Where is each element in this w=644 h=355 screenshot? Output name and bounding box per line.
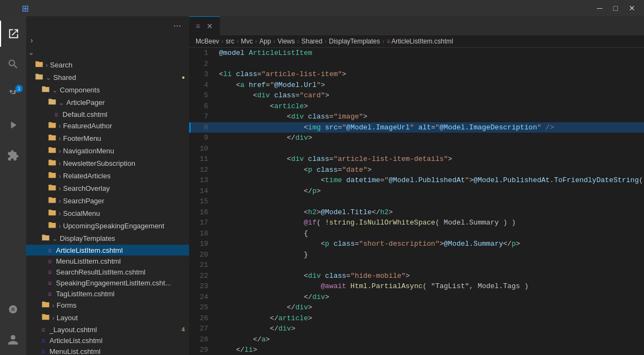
code-line: 2 <box>189 59 644 70</box>
tree-item-forms[interactable]: ›Forms <box>26 299 189 312</box>
tab-close-icon[interactable]: ✕ <box>207 22 213 30</box>
line-number: 12 <box>191 165 217 176</box>
tree-item-default-cshtml[interactable]: ≡Default.cshtml <box>26 109 189 120</box>
breadcrumb-item-shared[interactable]: Shared <box>302 38 323 45</box>
activity-account[interactable] <box>0 327 26 353</box>
tree-item-newslettersubscription[interactable]: ›NewsletterSubscription <box>26 157 189 170</box>
tab-icon: ≡ <box>196 22 200 30</box>
tree-item-shared[interactable]: ⌄Shared• <box>26 71 189 84</box>
breadcrumb-item-displaytemplates[interactable]: DisplayTemplates <box>329 38 380 45</box>
tree-item-navigationmenu[interactable]: ›NavigationMenu <box>26 145 189 157</box>
line-number: 14 <box>191 186 217 197</box>
tree-item-featuredauthor[interactable]: ›FeaturedAuthor <box>26 120 189 132</box>
file-cshtml-icon: ≡ <box>41 336 45 345</box>
line-content: </article> <box>217 313 644 324</box>
tree-item-searchpager[interactable]: ›SearchPager <box>26 195 189 207</box>
breadcrumb-separator: › <box>382 38 384 45</box>
file-template-icon: ≡ <box>48 246 52 254</box>
line-content: @if( !string.IsNullOrWhiteSpace( Model.S… <box>217 217 644 228</box>
activity-extensions[interactable] <box>0 142 26 169</box>
breadcrumb-item-views[interactable]: Views <box>278 38 295 45</box>
breadcrumb-item-app[interactable]: App <box>259 38 271 45</box>
title-bar: ⊞ ─ □ ✕ <box>0 0 644 16</box>
activity-search[interactable] <box>0 51 26 77</box>
breadcrumb-item-mcbeev[interactable]: McBeev <box>196 38 219 45</box>
chevron-right-icon: › <box>52 314 54 322</box>
tab-bar: ≡ ✕ <box>189 16 644 35</box>
code-editor[interactable]: 1@model ArticleListItem2 3<li class="art… <box>189 48 644 355</box>
open-editors-section[interactable] <box>26 34 189 47</box>
activity-remote[interactable] <box>0 296 26 322</box>
tabs-row: ≡ ✕ <box>189 16 644 35</box>
window-close[interactable]: ✕ <box>624 4 640 13</box>
line-content <box>217 59 644 70</box>
line-content: } <box>217 250 644 260</box>
line-content: <div class="hide-mobile"> <box>217 271 644 282</box>
line-content: </a> <box>217 334 644 345</box>
menu-help[interactable] <box>109 3 118 14</box>
activity-source-control[interactable]: 1 <box>0 82 26 108</box>
menu-file[interactable] <box>33 3 42 14</box>
code-line: 28 </a> <box>189 334 644 345</box>
tree-item-searchresultlistitem-cshtml[interactable]: ≡SearchResultListItem.cshtml <box>26 266 189 277</box>
window-minimize[interactable]: ─ <box>593 4 607 13</box>
breadcrumb-separator: › <box>236 38 239 45</box>
activity-run[interactable] <box>0 112 26 138</box>
code-line: 1@model ArticleListItem <box>189 48 644 59</box>
tree-item-layout[interactable]: ›Layout <box>26 312 189 324</box>
tree-item-search[interactable]: ›Search <box>26 59 189 71</box>
tree-item-label: FeaturedAuthor <box>63 122 112 130</box>
tab-article-list-item[interactable]: ≡ ✕ <box>189 16 220 35</box>
menu-terminal[interactable] <box>98 3 107 14</box>
more-actions-icon[interactable]: ··· <box>172 21 183 32</box>
editor-area: ≡ ✕ McBeev›src›Mvc›App›Views›Shared›Disp… <box>189 16 644 355</box>
tree-item-upcomingspeakingengagement[interactable]: ›UpcomingSpeakingEngagement <box>26 220 189 232</box>
menu-selection[interactable] <box>55 3 64 14</box>
menu-go[interactable] <box>77 3 85 14</box>
tree-item-relatedarticles[interactable]: ›RelatedArticles <box>26 170 189 182</box>
code-line: 18 { <box>189 228 644 239</box>
tree-item-menulist-cshtml[interactable]: ≡MenuList.cshtml <box>26 346 189 355</box>
tree-item-label: NavigationMenu <box>63 147 114 155</box>
tree-item-articlepager[interactable]: ⌄ArticlePager <box>26 96 189 109</box>
line-number: 10 <box>191 144 217 154</box>
tree-item--layout-cshtml[interactable]: ≡_Layout.cshtml4 <box>26 324 189 335</box>
tree-item-articlelistitem-cshtml[interactable]: ≡ArticleListItem.cshtml <box>26 245 189 256</box>
breadcrumb-item-src[interactable]: src <box>226 38 234 45</box>
folder-closed-icon <box>48 208 57 219</box>
source-control-badge: 1 <box>15 85 23 92</box>
tree-item-socialmenu[interactable]: ›SocialMenu <box>26 207 189 220</box>
tree-item-searchoverlay[interactable]: ›SearchOverlay <box>26 182 189 195</box>
line-content: </li> <box>217 345 644 355</box>
tree-item-taglistitem-cshtml[interactable]: ≡TagListItem.cshtml <box>26 288 189 299</box>
tree-item-label: Shared <box>53 73 76 82</box>
chevron-down-icon: ⌄ <box>46 74 51 82</box>
code-line: 24 </div> <box>189 292 644 303</box>
chevron-right-icon: › <box>59 172 61 180</box>
tree-item-displaytemplates[interactable]: ⌄DisplayTemplates <box>26 232 189 245</box>
line-content <box>217 260 644 271</box>
tree-item-menulistitem-cshtml[interactable]: ≡MenuListItem.cshtml <box>26 256 189 266</box>
tree-item-components[interactable]: ⌄Components <box>26 84 189 96</box>
activity-explorer[interactable] <box>0 21 26 47</box>
breadcrumb-item-articlelistitem-cshtml[interactable]: ≡ArticleListItem.cshtml <box>386 38 453 45</box>
workspace-section[interactable] <box>26 47 189 59</box>
line-content: <article> <box>217 101 644 112</box>
window-maximize[interactable]: □ <box>609 4 622 13</box>
menu-run[interactable] <box>87 3 96 14</box>
menu-edit[interactable] <box>44 3 53 14</box>
line-number: 11 <box>191 154 217 165</box>
menu-view[interactable] <box>66 3 74 14</box>
tree-item-speakingengagementlistitem-csht---[interactable]: ≡SpeakingEngagementListItem.csht... <box>26 277 189 288</box>
code-line: 17 @if( !string.IsNullOrWhiteSpace( Mode… <box>189 217 644 228</box>
folder-closed-icon <box>41 313 50 323</box>
breadcrumb-separator: › <box>297 38 299 45</box>
tree-item-label: Components <box>60 86 100 94</box>
sidebar: ··· ›Search⌄Shared•⌄Components⌄ArticlePa… <box>26 16 189 355</box>
line-content: </div> <box>217 133 644 144</box>
line-content <box>217 144 644 154</box>
breadcrumb-item-mvc[interactable]: Mvc <box>241 38 253 45</box>
breadcrumb-separator: › <box>273 38 276 45</box>
tree-item-articlelist-cshtml[interactable]: ≡ArticleList.cshtml <box>26 335 189 346</box>
tree-item-footermenu[interactable]: ›FooterMenu <box>26 132 189 145</box>
